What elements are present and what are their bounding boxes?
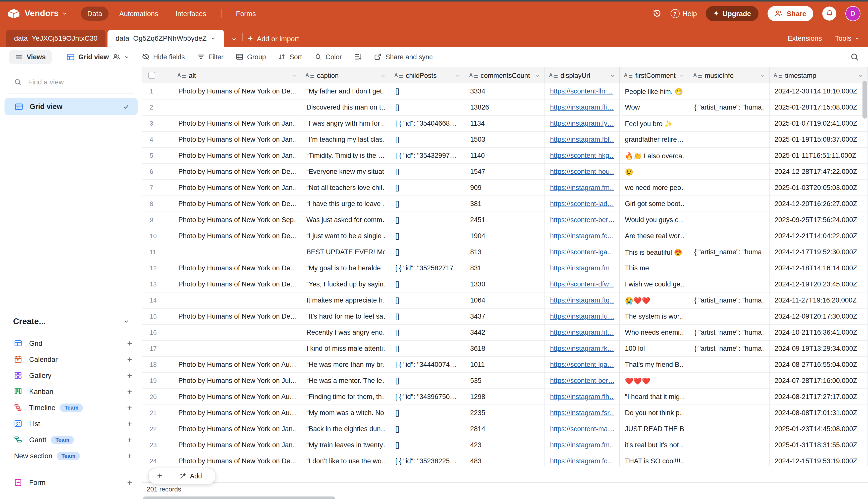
column-header-timestamp[interactable]: Atimestamp (770, 67, 868, 83)
cell-alt[interactable]: Photo by Humans of New York on De… (173, 276, 301, 292)
cell-commentsCount[interactable]: 381 (465, 196, 545, 212)
views-button[interactable]: Views (9, 50, 52, 63)
cell-commentsCount[interactable]: 1547 (465, 164, 545, 180)
cell-musicInfo[interactable] (689, 373, 770, 389)
cell-alt[interactable]: Photo by Humans of New York on De… (173, 453, 301, 466)
table-row[interactable]: 24Photo by Humans of New York on De…“I d… (142, 453, 868, 466)
cell-caption[interactable]: “Everyone knew my situat… (301, 164, 390, 180)
cell-link-text[interactable]: https://instagram.fli… (550, 104, 614, 111)
cell-alt[interactable]: Photo by Humans of New York on Jan… (173, 148, 301, 164)
cell-caption[interactable]: “He was a mentor. The le… (301, 373, 390, 389)
cell-musicInfo[interactable] (689, 405, 770, 421)
cell-link-text[interactable]: https://scontent-iad… (550, 200, 614, 208)
color-button[interactable]: Color (314, 53, 342, 61)
cell-commentsCount[interactable]: 1503 (465, 132, 545, 148)
cell-commentsCount[interactable]: 3618 (465, 341, 545, 357)
workspace-chevron-down-icon[interactable] (62, 10, 68, 16)
table-row[interactable]: 10Photo by Humans of New York on De…“I j… (142, 228, 868, 244)
cell-firstComment[interactable]: Do you not think p… (620, 405, 689, 421)
cell-childPosts[interactable]: [] (390, 421, 465, 437)
add-with-ai-button[interactable]: Add... (171, 472, 216, 480)
cell-childPosts[interactable]: [] (390, 373, 465, 389)
cell-childPosts[interactable]: [] (390, 132, 465, 148)
table-tab-inactive[interactable]: data_YeJXCj519OJntxC30 (6, 30, 106, 47)
cell-link-text[interactable]: https://scontent-hkg… (550, 152, 614, 159)
tab-list-chevron-icon[interactable] (231, 36, 237, 42)
cell-displayUrl[interactable]: https://instagram.fsr… (545, 405, 620, 421)
cell-timestamp[interactable]: 2024-12-17T19:52:30.000Z (770, 244, 868, 260)
column-header-caption[interactable]: Acaption (301, 67, 390, 83)
cell-link-text[interactable]: https://instagram.fy… (550, 120, 614, 127)
cell-firstComment[interactable]: The system is wor… (620, 308, 689, 325)
cell-link-text[interactable]: https://instagram.fm… (550, 441, 614, 449)
cell-firstComment[interactable]: Wow (620, 99, 689, 115)
cell-displayUrl[interactable]: https://instagram.fm… (545, 260, 620, 276)
cell-link-text[interactable]: https://scontent-lhr… (550, 87, 612, 95)
plus-icon[interactable]: + (127, 419, 132, 428)
cell-childPosts[interactable]: [] (390, 276, 465, 292)
cell-timestamp[interactable]: 2024-08-21T17:27:17.000Z (770, 389, 868, 405)
table-row[interactable]: 11BEST UPDATE EVER! Mos…[]813https://sco… (142, 244, 868, 260)
cell-commentsCount[interactable]: 3334 (465, 83, 545, 99)
nav-tab-forms[interactable]: Forms (229, 6, 262, 20)
table-tab-active[interactable]: data_Og5Zq6ZPNhWb5ydeZ (108, 30, 224, 47)
cell-link-text[interactable]: https://instagram.fk… (550, 345, 614, 352)
row-number[interactable]: 2 (142, 99, 173, 115)
cell-commentsCount[interactable]: 1298 (465, 389, 545, 405)
cell-childPosts[interactable]: [] (390, 99, 465, 115)
cell-timestamp[interactable]: 2023-09-25T17:56:24.000Z (770, 212, 868, 228)
cell-musicInfo[interactable] (689, 115, 770, 132)
cell-musicInfo[interactable] (689, 228, 770, 244)
cell-firstComment[interactable]: Feel you bro ✨ (620, 115, 689, 132)
row-number[interactable]: 15 (142, 308, 173, 325)
cell-firstComment[interactable]: grandfather retire… (620, 132, 689, 148)
cell-alt[interactable]: Photo by Humans of New York on Jan… (173, 180, 301, 196)
cell-displayUrl[interactable]: https://instagram.fc… (545, 453, 620, 466)
sidebar-view-grid-view[interactable]: Grid view (4, 98, 138, 115)
cell-childPosts[interactable]: [] (390, 405, 465, 421)
cell-alt[interactable]: Photo by Humans of New York on Jan… (173, 437, 301, 453)
row-number[interactable]: 17 (142, 341, 173, 357)
cell-link-text[interactable]: https://instagram.fm… (550, 184, 614, 192)
cell-link-text[interactable]: https://instagram.fc… (550, 232, 614, 240)
cell-childPosts[interactable]: [] (390, 212, 465, 228)
cell-childPosts[interactable]: [] (390, 180, 465, 196)
add-or-import-button[interactable]: + Add or import (248, 34, 299, 43)
table-row[interactable]: 20Photo by Humans of New York on Au…“Fin… (142, 389, 868, 405)
cell-timestamp[interactable]: 2024-11-27T19:16:20.000Z (770, 292, 868, 308)
cell-firstComment[interactable]: it's real but it's not… (620, 437, 689, 453)
share-and-sync-button[interactable]: Share and sync (374, 53, 433, 61)
row-number[interactable]: 6 (142, 164, 173, 180)
cell-commentsCount[interactable]: 1134 (465, 115, 545, 132)
cell-firstComment[interactable]: I wish we could ge… (620, 276, 689, 292)
table-row[interactable]: 22Photo by Humans of New York on Jan…“Ba… (142, 421, 868, 437)
cell-childPosts[interactable]: [ { "id": "35404668… (390, 115, 465, 132)
filter-button[interactable]: Filter (197, 53, 224, 61)
cell-firstComment[interactable]: 🔥👏 I also overca… (620, 148, 689, 164)
row-number[interactable]: 23 (142, 437, 173, 453)
cell-alt[interactable]: Photo by Humans of New York on Jan… (173, 132, 301, 148)
column-header-alt[interactable]: Aalt (142, 67, 301, 83)
row-number[interactable]: 5 (142, 148, 173, 164)
help-button[interactable]: ? Help (670, 9, 697, 18)
cell-musicInfo[interactable] (689, 83, 770, 99)
cell-link-text[interactable]: https://instagram.flh… (550, 393, 614, 401)
nav-tab-interfaces[interactable]: Interfaces (169, 6, 213, 20)
column-chevron-down-icon[interactable] (453, 73, 461, 78)
table-row[interactable]: 12Photo by Humans of New York on De…“My … (142, 260, 868, 276)
cell-timestamp[interactable]: 2024-09-19T13:29:34.000Z (770, 341, 868, 357)
cell-timestamp[interactable]: 2025-01-03T20:05:03.000Z (770, 180, 868, 196)
cell-musicInfo[interactable] (689, 276, 770, 292)
cell-caption[interactable]: Discovered this man on t… (301, 99, 390, 115)
table-row[interactable]: 3Photo by Humans of New York on Jan…“I w… (142, 115, 868, 132)
grid-view-button[interactable]: Grid view (66, 52, 129, 61)
cell-timestamp[interactable]: 2024-12-19T20:23:45.000Z (770, 276, 868, 292)
history-icon[interactable] (652, 9, 661, 18)
row-height-button[interactable] (354, 53, 362, 61)
add-row-button[interactable]: + (149, 468, 171, 484)
nav-tab-automations[interactable]: Automations (113, 6, 165, 20)
table-row[interactable]: 17I kind of miss male attenti…[]3618http… (142, 341, 868, 357)
cell-firstComment[interactable]: 😢 (620, 164, 689, 180)
horizontal-scrollbar[interactable] (143, 497, 335, 499)
row-number[interactable]: 21 (142, 405, 173, 421)
